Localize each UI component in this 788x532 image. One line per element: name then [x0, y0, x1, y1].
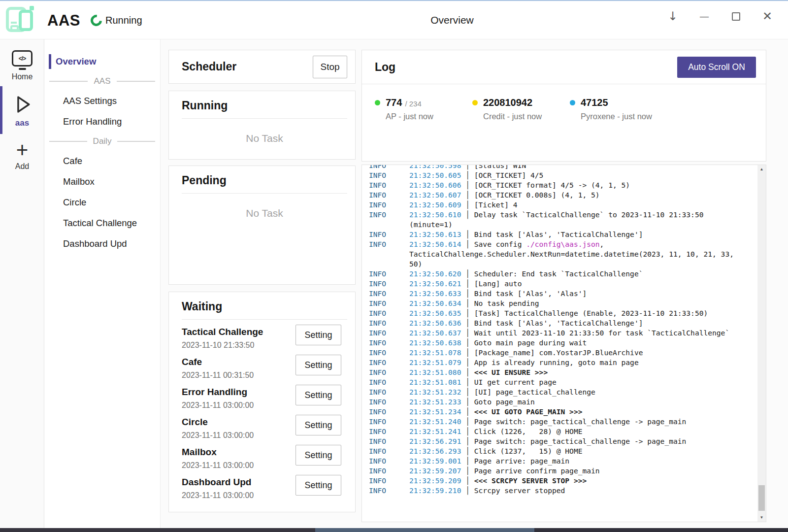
log-separator: │: [461, 279, 474, 288]
log-entry: INFO 21:32:59.209 │ <<< SCRCPY SERVER ST…: [369, 476, 757, 486]
log-entry: INFO 21:32:50.633 │ Bind task ['Alas', '…: [369, 289, 757, 299]
log-entry: INFO 21:32:51.080 │ <<< UI ENSURE >>>: [369, 367, 757, 377]
sidebar-item-tactical-challenge[interactable]: Tactical Challenge: [44, 213, 160, 233]
log-separator: │: [461, 348, 474, 357]
sidebar-item-aas-settings[interactable]: AAS Settings: [44, 91, 160, 111]
setting-button[interactable]: Setting: [296, 385, 341, 405]
log-timestamp: 21:32:51.081: [409, 378, 461, 386]
log-entry: INFO 21:32:50.637 │ Wait until 2023-11-1…: [369, 328, 757, 338]
download-arrow-icon[interactable]: ↓: [666, 8, 680, 25]
log-level: INFO: [369, 269, 409, 279]
app-logo-icon: [5, 4, 37, 35]
waiting-task-row: Circle 2023-11-11 03:00:00 Setting: [182, 413, 347, 443]
divider-line: [117, 81, 155, 82]
rail-item-aas[interactable]: aas: [0, 86, 44, 134]
log-separator: │: [461, 319, 474, 327]
active-indicator: [49, 94, 51, 108]
log-entry-body: 21:32:51.079 │ App is already running, g…: [409, 358, 742, 367]
log-separator: │: [461, 329, 474, 337]
menu-sidebar: Overview AAS AAS Settings Error Handling…: [44, 39, 161, 529]
waiting-task-name: Error Handling: [182, 387, 254, 398]
waiting-task-info: Dashboard Upd 2023-11-11 03:00:00: [182, 473, 254, 503]
setting-button[interactable]: Setting: [296, 475, 341, 496]
log-separator: │: [461, 427, 474, 435]
setting-button[interactable]: Setting: [296, 355, 341, 375]
log-separator: │: [461, 165, 474, 169]
log-title: Log: [375, 61, 395, 74]
close-icon[interactable]: ✕: [760, 8, 774, 25]
waiting-task-info: Error Handling 2023-11-11 03:00:00: [182, 383, 254, 413]
log-entry-body: 21:32:50.605 │ [OCR_TICKET] 4/5: [409, 170, 742, 180]
rail-item-home[interactable]: </> Home: [0, 39, 44, 86]
log-timestamp: 21:32:50.636: [409, 319, 461, 327]
auto-scroll-button[interactable]: Auto Scroll ON: [677, 57, 756, 78]
log-scroll-area[interactable]: INFO 21:32:50.598 │ [Status] WIN INFO 21…: [362, 165, 757, 522]
active-indicator: [49, 216, 51, 231]
pending-card: Pending No Task: [168, 166, 356, 285]
divider: [182, 193, 347, 194]
sidebar-item-overview[interactable]: Overview: [44, 51, 160, 72]
sidebar-item-cafe[interactable]: Cafe: [44, 151, 160, 171]
stat-value: 47125: [581, 97, 608, 108]
log-level: INFO: [369, 377, 409, 387]
log-entry-body: 21:32:59.207 │ Page arrive confirm page_…: [409, 466, 742, 476]
log-entry-body: 21:32:51.080 │ <<< UI ENSURE >>>: [409, 367, 742, 377]
log-timestamp: 21:32:51.241: [409, 427, 461, 435]
log-level: INFO: [369, 299, 409, 308]
taskbar-edge-segment: [315, 528, 534, 532]
divider-line: [49, 141, 87, 142]
log-separator: │: [461, 476, 474, 485]
scrollbar-up-arrow-icon[interactable]: ▲: [757, 165, 766, 173]
log-timestamp: 21:32:50.633: [409, 289, 461, 298]
setting-button[interactable]: Setting: [296, 445, 341, 466]
log-entry-body: 21:32:50.620 │ Scheduler: End task `Tact…: [409, 269, 742, 279]
log-message: App is already running, goto main page: [474, 358, 639, 366]
waiting-task-list: Tactical Challenge 2023-11-10 21:33:50 S…: [182, 323, 347, 503]
log-entry: INFO 21:32:50.614 │ Save config ./config…: [369, 239, 757, 269]
sidebar-item-dashboard-upd[interactable]: Dashboard Upd: [44, 233, 160, 254]
sidebar-item-circle[interactable]: Circle: [44, 192, 160, 213]
sidebar-item-label: Mailbox: [63, 176, 95, 187]
log-timestamp: 21:32:50.638: [409, 338, 461, 347]
maximize-icon[interactable]: [729, 8, 743, 25]
sidebar-item-error-handling[interactable]: Error Handling: [44, 111, 160, 132]
minimize-icon[interactable]: —: [697, 8, 711, 25]
log-separator: │: [461, 447, 474, 455]
scrollbar-thumb[interactable]: [758, 485, 765, 511]
log-entry: INFO 21:32:50.606 │ [OCR_TICKET format] …: [369, 180, 757, 190]
setting-button[interactable]: Setting: [296, 325, 341, 345]
log-message: Click (1237, 15) @ HOME: [474, 447, 583, 455]
log-entries: INFO 21:32:50.598 │ [Status] WIN INFO 21…: [369, 165, 757, 496]
log-timestamp: 21:32:50.620: [409, 269, 461, 278]
waiting-task-info: Tactical Challenge 2023-11-10 21:33:50: [182, 323, 263, 353]
log-separator: │: [461, 299, 474, 307]
log-message: [Lang] auto: [474, 279, 522, 288]
log-entry: INFO 21:32:51.232 │ [UI] page_tactical_c…: [369, 387, 757, 397]
divider-line: [49, 81, 88, 82]
sidebar-item-mailbox[interactable]: Mailbox: [44, 171, 160, 192]
rail-item-label: Home: [12, 72, 33, 81]
log-timestamp: 21:32:50.610: [409, 210, 461, 219]
setting-button[interactable]: Setting: [296, 415, 341, 435]
log-entry: INFO 21:32:50.638 │ Goto main page durin…: [369, 338, 757, 348]
rail-item-add[interactable]: + Add: [0, 134, 44, 176]
log-timestamp: 21:32:59.209: [409, 476, 461, 485]
log-timestamp: 21:32:50.621: [409, 279, 461, 288]
log-timestamp: 21:32:50.609: [409, 200, 461, 209]
log-scrollbar[interactable]: ▲ ▼: [757, 165, 766, 522]
log-timestamp: 21:32:50.605: [409, 171, 461, 179]
log-message: [UI] page_tactical_challenge: [474, 388, 595, 396]
log-separator: │: [461, 398, 474, 406]
stop-button[interactable]: Stop: [313, 56, 347, 78]
log-separator: │: [461, 338, 474, 347]
log-timestamp: 21:32:51.080: [409, 368, 461, 376]
log-level: INFO: [369, 200, 409, 210]
log-entry-body: 21:32:51.240 │ Page switch: page_tactica…: [409, 417, 742, 427]
log-entry-body: 21:32:50.635 │ [Task] TacticalChallenge …: [409, 308, 742, 318]
log-message: Page arrive: page_main: [474, 457, 569, 465]
log-level: INFO: [369, 387, 409, 397]
play-icon: [11, 93, 33, 116]
stat-value: 220810942: [483, 97, 532, 108]
log-message: Bind task ['Alas', 'TacticalChallenge']: [474, 230, 643, 238]
scrollbar-down-arrow-icon[interactable]: ▼: [757, 513, 766, 522]
